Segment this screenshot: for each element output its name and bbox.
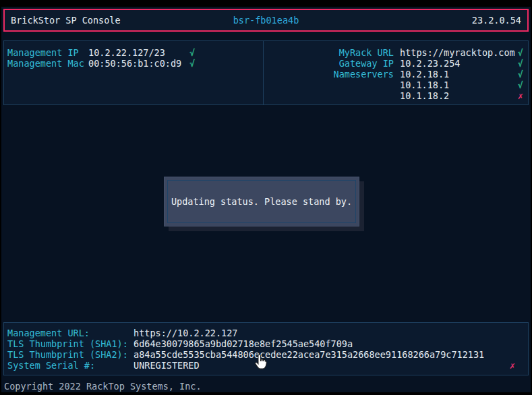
copyright-text: Copyright 2022 RackTop Systems, Inc.	[4, 381, 202, 392]
field-label: TLS Thumbprint (SHA1):	[7, 338, 134, 349]
cross-icon: ✗	[518, 90, 523, 101]
field-label: Management Mac	[7, 58, 88, 69]
nameserver-row: 10.1.18.1 √	[267, 80, 525, 90]
nameserver-row: Nameservers 10.2.18.1 √	[267, 69, 525, 80]
field-label: Management URL:	[7, 328, 134, 338]
version-number: 23.2.0.54	[472, 15, 521, 26]
console-screen: BrickStor SP Console bsr-fb01ea4b 23.2.0…	[1, 7, 531, 392]
management-url-row: Management URL: https://10.2.22.127	[7, 328, 525, 338]
field-value: 6d64e30079865a9bd02718e8ef2545ae540f709a	[134, 338, 353, 349]
app-title: BrickStor SP Console	[11, 15, 121, 26]
status-dialog: Updating status. Please stand by.	[164, 177, 359, 226]
management-ip-row: Management IP 10.2.22.127/23 √	[7, 47, 260, 58]
gateway-ip-row: Gateway IP 10.2.23.254 √	[267, 58, 525, 69]
field-label: MyRack URL	[267, 47, 394, 58]
system-serial-row: System Serial #: UNREGISTERED ✗	[7, 360, 525, 371]
check-icon: √	[189, 47, 195, 58]
management-mac-row: Management Mac 00:50:56:b1:c0:d9 √	[7, 58, 260, 69]
field-value: 10.1.18.2	[400, 90, 449, 101]
tls-sha2-row: TLS Thumbprint (SHA2): a84a55cde5535cba5…	[7, 349, 525, 360]
check-icon: √	[189, 58, 195, 69]
check-icon: √	[518, 47, 523, 58]
field-value: UNREGISTERED	[134, 360, 200, 371]
field-value: 10.2.18.1	[400, 69, 449, 80]
field-value: a84a55cde5535cba544806ecedee22acea7e315a…	[134, 349, 484, 360]
field-value: https://10.2.22.127	[134, 328, 237, 338]
title-bar: BrickStor SP Console bsr-fb01ea4b 23.2.0…	[3, 9, 529, 32]
check-icon: √	[518, 80, 523, 90]
brickstor-sp-console: { "header": { "title": "BrickStor SP Con…	[0, 0, 532, 395]
management-network-panel: Management IP 10.2.22.127/23 √ Managemen…	[3, 40, 264, 105]
field-value: 10.2.22.127/23	[88, 47, 189, 58]
hostname: bsr-fb01ea4b	[233, 15, 299, 26]
field-label: System Serial #:	[7, 360, 134, 371]
check-icon: √	[518, 69, 523, 80]
gateway-dns-panel: MyRack URL https://myracktop.com √ Gatew…	[263, 40, 529, 105]
check-icon: √	[518, 58, 523, 69]
field-value: 10.2.23.254	[400, 58, 460, 69]
nameserver-row: 10.1.18.2 ✗	[267, 90, 525, 101]
field-value: https://myracktop.com	[400, 47, 515, 58]
system-details-panel: Management URL: https://10.2.22.127 TLS …	[3, 322, 529, 375]
cross-icon: ✗	[510, 360, 515, 371]
field-label: Management IP	[7, 47, 88, 58]
field-label: TLS Thumbprint (SHA2):	[7, 349, 134, 360]
field-value: 10.1.18.1	[400, 80, 449, 90]
myrack-url-row: MyRack URL https://myracktop.com √	[267, 47, 525, 58]
field-label: Nameservers	[267, 69, 394, 80]
tls-sha1-row: TLS Thumbprint (SHA1): 6d64e30079865a9bd…	[7, 338, 525, 349]
status-message: Updating status. Please stand by.	[167, 180, 356, 223]
field-label: Gateway IP	[267, 58, 394, 69]
field-value: 00:50:56:b1:c0:d9	[88, 58, 189, 69]
